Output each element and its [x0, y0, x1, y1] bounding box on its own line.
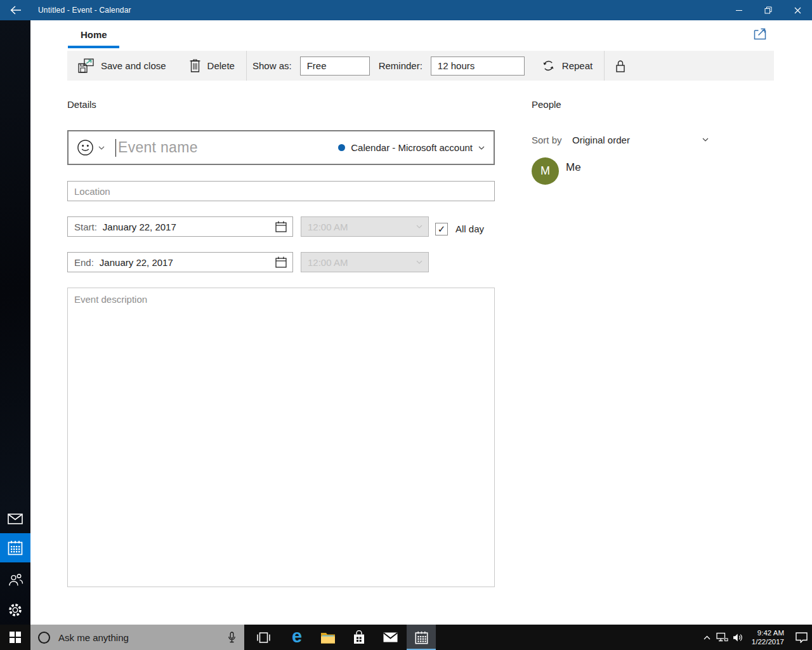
calendar-app-icon	[415, 631, 428, 644]
close-button[interactable]	[783, 0, 812, 20]
people-heading: People	[532, 99, 561, 110]
reminder-select[interactable]: 12 hours	[431, 56, 525, 76]
avatar: M	[532, 157, 559, 185]
save-and-close-label: Save and close	[101, 60, 166, 71]
show-as-select[interactable]: Free	[300, 56, 370, 76]
clock-time: 9:42 AM	[752, 628, 784, 637]
start-label: Start:	[74, 222, 97, 232]
save-icon	[78, 58, 94, 73]
open-in-new-window-button[interactable]	[754, 27, 766, 40]
smiley-icon	[77, 139, 94, 156]
network-tray-button[interactable]	[714, 632, 730, 642]
chevron-down-icon	[478, 146, 485, 150]
tab-home[interactable]: Home	[81, 29, 107, 40]
sidebar-item-settings[interactable]	[0, 595, 30, 625]
volume-tray-button[interactable]	[730, 633, 747, 642]
cortana-search[interactable]: Ask me anything	[30, 625, 244, 650]
taskbar-clock[interactable]: 9:42 AM 1/22/2017	[752, 628, 784, 646]
search-placeholder: Ask me anything	[58, 632, 228, 643]
store-icon	[353, 630, 365, 644]
sidebar-item-calendar[interactable]	[0, 533, 30, 562]
sort-by-label: Sort by	[532, 135, 562, 145]
show-hidden-icons-button[interactable]	[700, 635, 714, 640]
sort-by-select[interactable]: Original order	[572, 130, 709, 149]
show-as-value: Free	[307, 60, 327, 71]
end-label: End:	[74, 257, 94, 268]
all-day-label: All day	[455, 223, 484, 234]
start-date-picker[interactable]: Start: January 22, 2017	[67, 216, 293, 237]
calendar-account-label: Calendar - Microsoft account	[351, 142, 473, 153]
event-name-field[interactable]: Event name Calendar - Microsoft account	[67, 130, 495, 165]
delete-button[interactable]: Delete	[190, 59, 235, 72]
edge-icon: e	[292, 627, 302, 646]
back-arrow-icon	[10, 6, 21, 15]
event-description-textarea[interactable]	[67, 288, 495, 587]
chevron-down-icon	[98, 146, 105, 150]
minimize-button[interactable]	[724, 0, 754, 20]
network-icon	[716, 632, 728, 642]
show-as-label: Show as:	[252, 60, 292, 71]
action-center-icon	[796, 632, 808, 643]
emoji-picker-button[interactable]	[77, 139, 105, 156]
microphone-icon[interactable]	[228, 632, 236, 644]
event-editor: Home Save and close	[30, 20, 812, 625]
sidebar-item-people[interactable]	[0, 565, 30, 594]
repeat-label: Repeat	[562, 60, 593, 71]
start-button[interactable]	[0, 625, 30, 650]
chevron-down-icon	[702, 138, 709, 142]
sidebar-item-mail[interactable]	[0, 504, 30, 533]
people-icon	[8, 573, 23, 587]
windows-logo-icon	[10, 632, 21, 643]
private-button[interactable]	[615, 60, 625, 72]
taskbar-edge-button[interactable]: e	[284, 625, 310, 650]
end-time-select: 12:00 AM	[301, 252, 429, 272]
attendee-row[interactable]: M Me	[532, 157, 581, 185]
trash-icon	[190, 59, 200, 72]
ribbon-toolbar: Save and close Delete Show as: Free Remi…	[67, 51, 774, 81]
date-picker-icon	[275, 221, 287, 232]
taskbar-calendar-button[interactable]	[407, 625, 436, 650]
location-input[interactable]	[67, 181, 495, 201]
event-name-input[interactable]: Event name	[118, 139, 338, 156]
cortana-icon	[38, 632, 50, 644]
all-day-checkbox[interactable]: ✓	[435, 223, 448, 235]
calendar-account-select[interactable]: Calendar - Microsoft account	[338, 142, 485, 153]
start-date-value: January 22, 2017	[103, 222, 176, 232]
restore-icon	[764, 6, 772, 14]
tab-home-underline	[68, 46, 119, 48]
task-view-button[interactable]	[250, 625, 277, 650]
end-time-value: 12:00 AM	[308, 257, 348, 268]
end-date-value: January 22, 2017	[100, 257, 173, 268]
close-icon	[794, 7, 801, 14]
action-center-button[interactable]	[790, 632, 812, 643]
calendar-icon	[8, 540, 23, 555]
back-button[interactable]	[0, 0, 30, 20]
popout-icon	[754, 27, 766, 40]
task-view-icon	[257, 632, 270, 643]
chevron-up-icon	[704, 635, 710, 640]
toolbar-divider	[604, 51, 605, 81]
reminder-value: 12 hours	[438, 60, 475, 71]
end-date-picker[interactable]: End: January 22, 2017	[67, 252, 293, 272]
taskbar-mail-button[interactable]	[377, 625, 403, 650]
mail-icon	[8, 514, 23, 524]
details-heading: Details	[67, 99, 96, 110]
mail-app-icon	[383, 632, 398, 642]
window-title: Untitled - Event - Calendar	[38, 6, 131, 15]
taskbar-store-button[interactable]	[346, 625, 372, 650]
save-and-close-button[interactable]: Save and close	[78, 58, 166, 73]
repeat-icon	[542, 59, 555, 72]
repeat-button[interactable]: Repeat	[542, 59, 593, 72]
date-picker-icon	[275, 256, 287, 268]
file-explorer-icon	[320, 632, 336, 644]
restore-button[interactable]	[754, 0, 783, 20]
start-time-select: 12:00 AM	[301, 216, 429, 237]
chevron-down-icon	[416, 260, 422, 264]
lock-icon	[615, 60, 625, 72]
taskbar-file-explorer-button[interactable]	[315, 625, 341, 650]
sort-by-value: Original order	[572, 135, 630, 145]
attendee-name: Me	[566, 161, 581, 174]
delete-label: Delete	[207, 60, 235, 71]
taskbar: The Collection Book Ask me anything e	[0, 625, 812, 650]
text-cursor	[115, 139, 116, 157]
